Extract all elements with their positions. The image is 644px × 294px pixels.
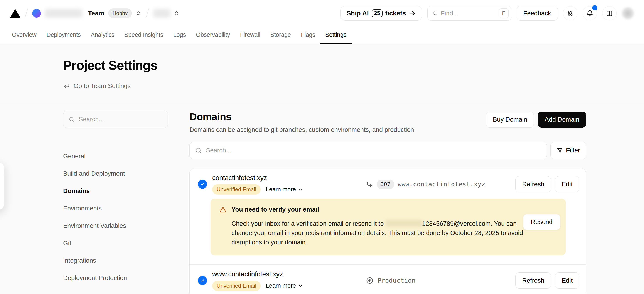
settings-hero: Project Settings Go to Team Settings [0, 44, 644, 103]
verify-email-warning: You need to verify your email Check your… [210, 199, 566, 255]
page-title: Project Settings [63, 58, 586, 73]
team-avatar[interactable] [32, 9, 41, 18]
tab-firewall[interactable]: Firewall [235, 26, 265, 44]
domain-row-contactinfotest: contactinfotest.xyz Unverified Email Lea… [190, 168, 586, 195]
tab-analytics[interactable]: Analytics [86, 26, 119, 44]
disguise-button[interactable] [563, 6, 578, 20]
vercel-logo-icon[interactable] [10, 9, 20, 18]
arrow-right-icon [409, 10, 416, 17]
tab-logs[interactable]: Logs [168, 26, 191, 44]
domains-search-input[interactable] [206, 147, 542, 154]
tickets-count-badge: 25 [372, 9, 382, 17]
tab-overview[interactable]: Overview [7, 26, 42, 44]
email-redacted [386, 220, 422, 227]
ship-ai-label: Ship AI [346, 9, 369, 17]
sidebar-nav: General Build and Deployment Domains Env… [63, 148, 168, 287]
domains-search-box[interactable] [190, 142, 547, 159]
search-icon [195, 147, 202, 154]
breadcrumb-separator [24, 8, 28, 18]
add-domain-button[interactable]: Add Domain [538, 112, 586, 128]
plan-badge: Hobby [108, 8, 132, 18]
find-search-box[interactable]: F [427, 6, 512, 21]
warning-title: You need to verify your email [232, 206, 319, 213]
redirect-target: www.contactinfotest.xyz [398, 181, 485, 188]
sidebar-item-environment-variables[interactable]: Environment Variables [63, 217, 168, 235]
sidebar-item-deployment-protection[interactable]: Deployment Protection [63, 270, 168, 287]
team-label: Team [88, 9, 104, 17]
refresh-button[interactable]: Refresh [515, 273, 551, 289]
settings-content: General Build and Deployment Domains Env… [63, 103, 586, 294]
domain-row-www-contactinfotest: www.contactinfotest.xyz Unverified Email… [190, 265, 586, 294]
tab-storage[interactable]: Storage [265, 26, 296, 44]
status-badge-unverified-email: Unverified Email [212, 281, 260, 291]
resend-button[interactable]: Resend [523, 214, 560, 230]
domains-description: Domains can be assigned to git branches,… [190, 126, 416, 133]
tab-observability[interactable]: Observability [191, 26, 235, 44]
find-input[interactable] [441, 10, 496, 17]
project-switcher-icon[interactable] [173, 10, 180, 16]
warning-body: Check your inbox for a verification emai… [232, 219, 534, 247]
sidebar-item-build-and-deployment[interactable]: Build and Deployment [63, 165, 168, 182]
search-icon [432, 10, 438, 17]
disguise-icon [566, 9, 574, 17]
search-icon [68, 116, 75, 123]
verified-check-icon [198, 180, 207, 189]
tab-deployments[interactable]: Deployments [42, 26, 86, 44]
production-circled-arrow-icon [366, 277, 374, 285]
edit-button[interactable]: Edit [555, 176, 579, 192]
docs-button[interactable] [602, 6, 616, 20]
warning-triangle-icon [219, 206, 227, 213]
notifications-button[interactable] [582, 6, 597, 20]
chevron-down-icon [298, 283, 303, 288]
filter-label: Filter [566, 147, 580, 154]
redirect-status-badge: 307 [377, 180, 394, 189]
buy-domain-button[interactable]: Buy Domain [486, 112, 534, 128]
edit-button[interactable]: Edit [555, 273, 579, 289]
header: Team Hobby Ship AI 25 tickets F Feedback [0, 0, 644, 26]
email-visible: 123456789@vercel.com. [422, 220, 492, 227]
project-tabbar: Overview Deployments Analytics Speed Ins… [0, 26, 644, 44]
sidebar-item-general[interactable]: General [63, 148, 168, 165]
sidebar-item-domains[interactable]: Domains [63, 182, 168, 200]
sidebar-item-git[interactable]: Git [63, 235, 168, 252]
domains-section: Domains Domains can be assigned to git b… [190, 111, 586, 294]
user-avatar[interactable] [622, 7, 634, 19]
refresh-button[interactable]: Refresh [515, 176, 551, 192]
ship-ai-tickets-button[interactable]: Ship AI 25 tickets [340, 6, 422, 21]
funnel-icon [556, 147, 563, 154]
sidebar-search-box[interactable] [63, 111, 168, 128]
domain-name[interactable]: www.contactinfotest.xyz [212, 270, 303, 278]
go-to-team-settings-link[interactable]: Go to Team Settings [63, 82, 131, 90]
return-left-icon [63, 83, 70, 90]
verified-check-icon [198, 276, 207, 285]
tab-flags[interactable]: Flags [296, 26, 320, 44]
team-switcher-icon[interactable] [135, 10, 142, 16]
settings-sidebar: General Build and Deployment Domains Env… [63, 111, 168, 294]
feedback-button[interactable]: Feedback [517, 6, 558, 21]
tab-settings[interactable]: Settings [320, 26, 352, 44]
learn-more-link[interactable]: Learn more [266, 186, 303, 193]
status-badge-unverified-email: Unverified Email [212, 184, 260, 195]
environment-label: Production [378, 277, 416, 284]
redirect-arrow-icon [366, 181, 373, 188]
sidebar-item-environments[interactable]: Environments [63, 200, 168, 217]
notification-dot [592, 5, 598, 10]
domains-card: contactinfotest.xyz Unverified Email Lea… [190, 168, 586, 294]
team-name-redacted [45, 9, 82, 18]
offscreen-toast [0, 163, 4, 210]
breadcrumb-separator [146, 8, 149, 18]
tickets-label: tickets [385, 9, 406, 17]
go-to-team-settings-label: Go to Team Settings [74, 82, 131, 90]
chevron-up-icon [298, 187, 303, 192]
sidebar-search-input[interactable] [79, 116, 163, 123]
domain-name[interactable]: contactinfotest.xyz [212, 174, 303, 182]
filter-button[interactable]: Filter [550, 142, 586, 159]
book-icon [606, 9, 613, 17]
domains-title: Domains [190, 111, 416, 123]
topbar: Team Hobby Ship AI 25 tickets F Feedback [0, 0, 644, 44]
learn-more-link[interactable]: Learn more [266, 283, 303, 289]
find-shortcut-key: F [499, 8, 508, 18]
tab-speed-insights[interactable]: Speed Insights [119, 26, 168, 44]
sidebar-item-integrations[interactable]: Integrations [63, 252, 168, 270]
project-name-redacted [153, 9, 170, 18]
